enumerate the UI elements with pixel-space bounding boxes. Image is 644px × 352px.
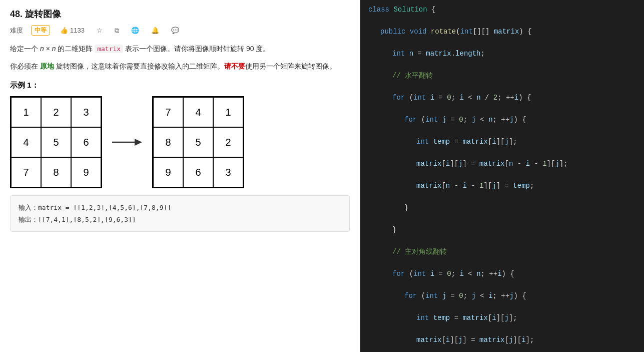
cell-2-1: 8: [41, 157, 71, 187]
cell-1-2: 6: [71, 127, 101, 157]
cell-1-0: 4: [11, 127, 41, 157]
svg-marker-1: [135, 139, 142, 146]
code-line-9: matrix[n - i - 1][j] = temp;: [360, 180, 644, 191]
translate-icon: 🌐: [131, 27, 139, 34]
description-line2: 你必须在 原地 旋转图像，这意味着你需要直接修改输入的二维矩阵。请不要使用另一个…: [10, 60, 350, 73]
cell-r2-0: 9: [153, 157, 183, 187]
code-line-16: matrix[i][j] = matrix[j][i];: [360, 334, 644, 345]
code-line-11: }: [360, 224, 644, 235]
example-title: 示例 1：: [10, 81, 350, 90]
inplace-highlight: 原地: [40, 62, 54, 70]
code-line-6: for (int j = 0; j < n; ++j) {: [360, 114, 644, 125]
matrix-after: 7 4 1 8 5 2 9 6 3: [152, 96, 244, 188]
code-line-8: matrix[i][j] = matrix[n - i - 1][j];: [360, 158, 644, 169]
cell-1-1: 5: [41, 127, 71, 157]
left-panel: 48. 旋转图像 难度 中等 👍 1133 ☆ ⧉ 🌐 🔔 💬 给定一个 n ×…: [0, 0, 360, 352]
cell-r0-2: 1: [213, 97, 243, 127]
output-label: 输出：[[7,4,1],[8,5,2],[9,6,3]]: [19, 216, 136, 223]
cell-r2-1: 6: [183, 157, 213, 187]
problem-description: 给定一个 n × n 的二维矩阵 matrix 表示一个图像。请你将图像顺时针旋…: [10, 43, 350, 73]
code-line-2: public void rotate(int[][] matrix) {: [360, 26, 644, 37]
matrix-code: matrix: [95, 45, 123, 53]
matrix-demo: 1 2 3 4 5 6 7 8 9 7 4 1 8 5 2 9 6: [10, 96, 350, 188]
description-line1: 给定一个 n × n 的二维矩阵 matrix 表示一个图像。请你将图像顺时针旋…: [10, 43, 350, 55]
code-line-15: int temp = matrix[i][j];: [360, 312, 644, 323]
input-label: 输入：matrix = [[1,2,3],[4,5,6],[7,8,9]]: [19, 204, 171, 211]
example-io: 输入：matrix = [[1,2,3],[4,5,6],[7,8,9]] 输出…: [10, 195, 350, 232]
problem-name: 旋转图像: [25, 9, 61, 19]
cell-r2-2: 3: [213, 157, 243, 187]
cell-2-0: 7: [11, 157, 41, 187]
bell-button[interactable]: 🔔: [149, 26, 161, 35]
code-line-10: }: [360, 202, 644, 213]
code-line-13: for (int i = 0; i < n; ++i) {: [360, 268, 644, 279]
cell-r0-1: 4: [183, 97, 213, 127]
code-line-4: // 水平翻转: [360, 70, 644, 81]
arrow-icon: [112, 135, 142, 150]
cell-r1-2: 2: [213, 127, 243, 157]
star-icon: ☆: [97, 27, 103, 34]
code-line-5: for (int i = 0; i < n / 2; ++i) {: [360, 92, 644, 103]
meta-row: 难度 中等 👍 1133 ☆ ⧉ 🌐 🔔 💬: [10, 25, 350, 36]
like-count: 1133: [70, 27, 85, 34]
translate-button[interactable]: 🌐: [129, 26, 141, 35]
star-button[interactable]: ☆: [95, 26, 105, 35]
difficulty-label: 难度: [10, 26, 23, 35]
problem-number: 48: [10, 9, 20, 19]
copy-icon: ⧉: [115, 27, 119, 35]
code-line-1: class Solution {: [360, 4, 644, 15]
like-button[interactable]: 👍 1133: [58, 26, 87, 35]
matrix-before: 1 2 3 4 5 6 7 8 9: [10, 96, 102, 188]
code-content: class Solution { public void rotate(int[…: [360, 0, 644, 352]
code-line-14: for (int j = 0; j < i; ++j) {: [360, 290, 644, 301]
cell-0-0: 1: [11, 97, 41, 127]
problem-title: 48. 旋转图像: [10, 8, 350, 20]
cell-0-1: 2: [41, 97, 71, 127]
cell-r1-1: 5: [183, 127, 213, 157]
code-line-7: int temp = matrix[i][j];: [360, 136, 644, 147]
comment-icon: 💬: [171, 27, 179, 34]
difficulty-badge: 中等: [31, 25, 50, 36]
thumb-icon: 👍: [60, 27, 68, 34]
math-n: n × n: [40, 45, 56, 53]
bell-icon: 🔔: [151, 27, 159, 34]
cell-2-2: 9: [71, 157, 101, 187]
comment-button[interactable]: 💬: [169, 26, 181, 35]
cell-r1-0: 8: [153, 127, 183, 157]
no-other-matrix: 请不要: [224, 62, 245, 70]
cell-0-2: 3: [71, 97, 101, 127]
code-editor: class Solution { public void rotate(int[…: [360, 0, 644, 352]
code-line-12: // 主对角线翻转: [360, 246, 644, 257]
copy-button[interactable]: ⧉: [113, 26, 121, 36]
cell-r0-0: 7: [153, 97, 183, 127]
code-line-3: int n = matrix.length;: [360, 48, 644, 59]
